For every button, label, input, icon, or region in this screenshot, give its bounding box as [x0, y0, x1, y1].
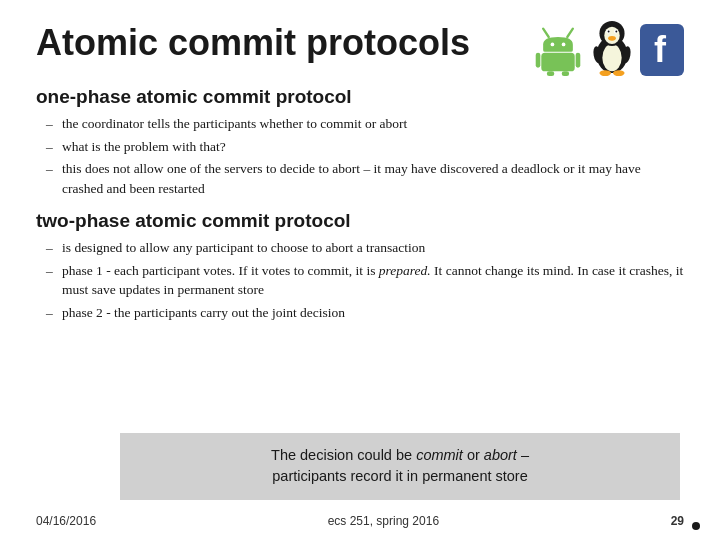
- footer: 04/16/2016 ecs 251, spring 2016 29: [36, 514, 684, 528]
- section1: one-phase atomic commit protocol the coo…: [36, 86, 684, 198]
- svg-point-12: [604, 27, 619, 44]
- bottom-box: The decision could be commit or abort – …: [120, 433, 680, 501]
- svg-point-17: [608, 36, 616, 41]
- svg-rect-4: [541, 53, 574, 72]
- list-item: phase 2 - the participants carry out the…: [46, 303, 684, 323]
- android-icon: [532, 24, 584, 76]
- tux-icon: [586, 18, 638, 76]
- svg-point-18: [599, 70, 611, 76]
- list-item: the coordinator tells the participants w…: [46, 114, 684, 134]
- section2-bullets: is designed to allow any participant to …: [36, 238, 684, 322]
- footer-date: 04/16/2016: [36, 514, 96, 528]
- svg-rect-7: [547, 71, 554, 76]
- svg-rect-6: [576, 53, 581, 68]
- svg-point-3: [562, 43, 566, 47]
- facebook-icon: f: [640, 24, 684, 76]
- slide-title: Atomic commit protocols: [36, 18, 470, 64]
- list-item: is designed to allow any participant to …: [46, 238, 684, 258]
- footer-course: ecs 251, spring 2016: [96, 514, 671, 528]
- svg-point-14: [608, 31, 610, 33]
- svg-point-19: [613, 70, 625, 76]
- svg-text:f: f: [654, 29, 667, 70]
- svg-rect-5: [536, 53, 541, 68]
- svg-line-0: [543, 29, 549, 37]
- list-item: phase 1 - each participant votes. If it …: [46, 261, 684, 300]
- footer-page: 29: [671, 514, 684, 528]
- slide: Atomic commit protocols: [0, 0, 720, 540]
- svg-rect-8: [562, 71, 569, 76]
- icons-group: f: [532, 18, 684, 76]
- svg-point-10: [602, 44, 621, 71]
- svg-point-2: [551, 43, 555, 47]
- svg-point-16: [615, 31, 617, 33]
- section1-heading: one-phase atomic commit protocol: [36, 86, 684, 108]
- title-row: Atomic commit protocols: [36, 18, 684, 76]
- bullet-dot: [692, 522, 700, 530]
- list-item: what is the problem with that?: [46, 137, 684, 157]
- bottom-box-text: The decision could be commit or abort – …: [271, 447, 529, 485]
- svg-line-1: [567, 29, 573, 37]
- section2: two-phase atomic commit protocol is desi…: [36, 210, 684, 322]
- list-item: this does not allow one of the servers t…: [46, 159, 684, 198]
- section2-heading: two-phase atomic commit protocol: [36, 210, 684, 232]
- section1-bullets: the coordinator tells the participants w…: [36, 114, 684, 198]
